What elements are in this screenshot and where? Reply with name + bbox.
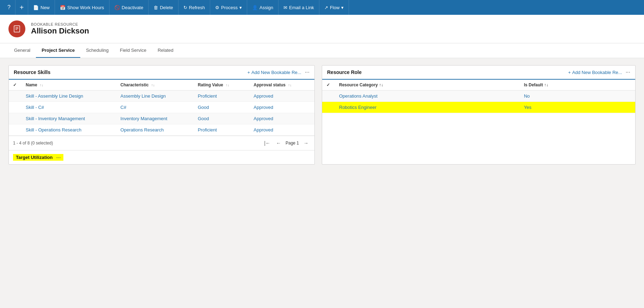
row-check[interactable]: [9, 102, 21, 113]
process-label: Process: [221, 5, 238, 10]
skill-name-cell[interactable]: Skill - Assembly Line Design: [21, 91, 116, 102]
skills-rating-header[interactable]: Rating Value ↑↓: [194, 80, 250, 91]
resource-role-actions: + Add New Bookable Re... ···: [568, 69, 630, 75]
delete-button[interactable]: 🗑 Delete: [149, 0, 179, 15]
tab-scheduling[interactable]: Scheduling: [80, 43, 114, 58]
role-category-header[interactable]: Resource Category ↑↓: [335, 80, 520, 91]
approval-status-cell: Approved: [249, 113, 314, 124]
page-header: BOOKABLE RESOURCE Allison Dickson: [0, 15, 644, 43]
new-button[interactable]: 📄 New: [28, 0, 55, 15]
skill-name-cell[interactable]: Skill - Inventory Management: [21, 113, 116, 124]
resource-skills-header: Resource Skills + Add New Bookable Re...…: [9, 66, 314, 80]
add-button[interactable]: +: [15, 0, 28, 15]
flow-chevron-icon: ▾: [341, 5, 344, 10]
next-page-button[interactable]: →: [302, 139, 310, 147]
default-sort-icon: ↑↓: [544, 82, 548, 87]
assign-button[interactable]: 👤 Assign: [247, 0, 279, 15]
entity-icon: [8, 20, 25, 37]
rating-value-cell: Proficient: [194, 124, 250, 136]
resource-role-more-icon[interactable]: ···: [626, 69, 630, 75]
process-icon: ⚙: [215, 5, 219, 10]
table-row[interactable]: Skill - Assembly Line Design Assembly Li…: [9, 91, 314, 102]
table-row[interactable]: Skill - C# C# Good Approved: [9, 102, 314, 113]
show-work-hours-button[interactable]: 📅 Show Work Hours: [55, 0, 110, 15]
table-row[interactable]: Skill - Inventory Management Inventory M…: [9, 113, 314, 124]
entity-type-label: BOOKABLE RESOURCE: [31, 22, 89, 26]
row-check[interactable]: [322, 91, 335, 102]
approval-sort-icon: ↑↓: [288, 83, 292, 87]
skill-name-cell[interactable]: Skill - C#: [21, 102, 116, 113]
row-check[interactable]: [9, 91, 21, 102]
approval-status-cell: Approved: [249, 124, 314, 136]
table-row[interactable]: Skill - Operations Research Operations R…: [9, 124, 314, 136]
role-default-header[interactable]: Is Default ↑↓: [520, 80, 635, 91]
add-resource-role-button[interactable]: + Add New Bookable Re...: [568, 70, 622, 75]
deactivate-button[interactable]: 🚫 Deactivate: [110, 0, 149, 15]
resource-skills-title: Resource Skills: [14, 69, 247, 75]
entity-name: Allison Dickson: [31, 26, 89, 36]
refresh-label: Refresh: [189, 5, 205, 10]
add-skill-plus-icon: +: [247, 70, 250, 75]
resource-role-header: Resource Role + Add New Bookable Re... ·…: [322, 66, 635, 80]
resource-role-card: Resource Role + Add New Bookable Re... ·…: [322, 65, 636, 165]
skill-name-cell[interactable]: Skill - Operations Research: [21, 124, 116, 136]
characteristic-cell: C#: [116, 102, 194, 113]
delete-icon: 🗑: [154, 5, 158, 10]
is-default-cell: Yes: [520, 102, 635, 113]
characteristic-cell: Inventory Management: [116, 113, 194, 124]
characteristic-cell: Assembly Line Design: [116, 91, 194, 102]
category-sort-icon: ↑↓: [379, 82, 383, 87]
prev-page-button[interactable]: ←: [274, 139, 283, 147]
row-check[interactable]: [9, 124, 21, 136]
characteristic-sort-icon: ↑↓: [151, 83, 155, 87]
approval-status-cell: Approved: [249, 91, 314, 102]
row-check[interactable]: [322, 102, 335, 113]
target-utilization-section: Target Utilization ---: [9, 150, 314, 164]
process-button[interactable]: ⚙ Process ▾: [210, 0, 247, 15]
flow-label: Flow: [330, 5, 339, 10]
assign-icon: 👤: [252, 5, 258, 10]
tab-field-service[interactable]: Field Service: [114, 43, 152, 58]
toolbar: ? + 📄 New 📅 Show Work Hours 🚫 Deactivate…: [0, 0, 644, 15]
skills-approval-header[interactable]: Approval status ↑↓: [249, 80, 314, 91]
add-role-plus-icon: +: [568, 70, 571, 75]
name-sort-icon: ↑↓: [40, 83, 43, 87]
target-utilization-highlight: Target Utilization ---: [13, 154, 63, 161]
rating-value-cell: Good: [194, 113, 250, 124]
refresh-button[interactable]: ↻ Refresh: [179, 0, 211, 15]
skills-pagination: 1 - 4 of 8 (0 selected) |← ← Page 1 →: [9, 136, 314, 150]
pagination-controls: |← ← Page 1 →: [263, 139, 310, 147]
help-button[interactable]: ?: [3, 0, 15, 15]
resource-category-cell[interactable]: Operations Analyst: [335, 91, 520, 102]
resource-skills-more-icon[interactable]: ···: [305, 69, 310, 75]
add-role-label: Add New Bookable Re...: [572, 70, 622, 75]
table-row[interactable]: Operations Analyst No: [322, 91, 635, 102]
resource-role-table: ✓ Resource Category ↑↓ Is Default ↑↓ Ope…: [322, 80, 635, 113]
resource-category-cell[interactable]: Robotics Engineer: [335, 102, 520, 113]
flow-button[interactable]: ↗ Flow ▾: [319, 0, 349, 15]
resource-role-title: Resource Role: [327, 69, 568, 75]
email-link-label: Email a Link: [289, 5, 314, 10]
add-resource-skill-button[interactable]: + Add New Bookable Re...: [247, 70, 301, 75]
process-chevron-icon: ▾: [239, 5, 242, 10]
first-page-button[interactable]: |←: [263, 139, 271, 147]
tab-general[interactable]: General: [8, 43, 36, 58]
tab-related[interactable]: Related: [152, 43, 179, 58]
table-row[interactable]: Robotics Engineer Yes: [322, 102, 635, 113]
row-check[interactable]: [9, 113, 21, 124]
target-utilization-value: ---: [56, 155, 61, 160]
new-icon: 📄: [33, 5, 39, 10]
svg-rect-0: [14, 26, 20, 32]
show-work-hours-label: Show Work Hours: [67, 5, 104, 10]
approval-status-cell: Approved: [249, 102, 314, 113]
refresh-icon: ↻: [183, 5, 187, 10]
email-link-button[interactable]: ✉ Email a Link: [279, 0, 319, 15]
skills-name-header[interactable]: Name ↑↓: [21, 80, 116, 91]
page-label: Page 1: [286, 141, 299, 146]
skills-characteristic-header[interactable]: Characteristic ↑↓: [116, 80, 194, 91]
rating-sort-icon: ↑↓: [226, 83, 229, 87]
is-default-cell: No: [520, 91, 635, 102]
tab-project-service[interactable]: Project Service: [36, 43, 80, 58]
deactivate-label: Deactivate: [122, 5, 143, 10]
resource-skills-table: ✓ Name ↑↓ Characteristic ↑↓ Rating Value…: [9, 80, 314, 136]
